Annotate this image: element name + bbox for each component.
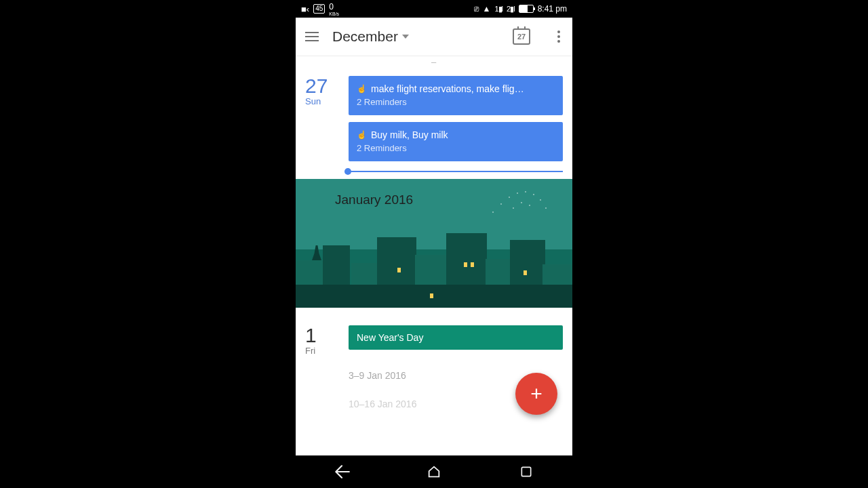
reminder-icon: ☝ (357, 129, 367, 141)
event-title: New Year's Day (357, 332, 423, 343)
wifi-icon: ▲ (483, 4, 491, 14)
date-column: 27 Sun (305, 76, 339, 172)
net-speed: 0 KB/s (329, 2, 339, 16)
calendar-app-bar: December 27 (296, 18, 572, 56)
month-dropdown[interactable]: December (332, 28, 499, 45)
day-number: 1 (305, 325, 339, 346)
battery-badge: 45 (313, 4, 325, 14)
status-right-cluster: ⎚ ▲ 1▮l 2▮l 8:41 pm (474, 4, 567, 14)
fireworks-icon (486, 184, 553, 232)
day-number: 27 (305, 76, 339, 96)
event-cards: ☝make flight reservations, make flig… 2 … (349, 76, 563, 172)
month-hero-label: January 2016 (335, 192, 413, 207)
month-header-illustration: January 2016 (296, 179, 572, 308)
agenda-scroll[interactable]: – 27 Sun ☝make flight reservations, make… (296, 56, 572, 455)
sim2-signal-icon: 2▮l (507, 5, 515, 14)
reminder-title: Buy milk, Buy milk (371, 129, 448, 141)
city-skyline-icon (296, 226, 572, 308)
section-gap (296, 308, 572, 323)
cast-icon: ⎚ (474, 4, 479, 14)
sim1-signal-icon: 1▮l (494, 5, 502, 14)
overflow-menu-icon[interactable] (552, 30, 566, 43)
camera-icon: ■‹ (301, 4, 309, 14)
reminder-subtitle: 2 Reminders (357, 142, 555, 155)
battery-icon (519, 5, 534, 13)
nav-recent-button[interactable] (513, 458, 540, 485)
plus-icon: + (530, 384, 542, 404)
status-left-cluster: ■‹ 45 0 KB/s (301, 2, 339, 16)
phone-frame: ■‹ 45 0 KB/s ⎚ ▲ 1▮l 2▮l 8:41 pm Decembe… (296, 0, 572, 488)
android-status-bar: ■‹ 45 0 KB/s ⎚ ▲ 1▮l 2▮l 8:41 pm (296, 0, 572, 18)
jump-to-today-button[interactable]: 27 (511, 26, 532, 47)
status-clock: 8:41 pm (538, 4, 567, 14)
android-nav-bar (296, 455, 572, 488)
reminder-title: make flight reservations, make flig… (371, 83, 524, 95)
date-column: 1 Fri (305, 325, 339, 418)
holiday-event-card[interactable]: New Year's Day (349, 325, 563, 350)
reminder-card[interactable]: ☝make flight reservations, make flig… 2 … (349, 76, 563, 115)
menu-icon[interactable] (304, 28, 320, 45)
create-event-fab[interactable]: + (515, 373, 557, 415)
person-on-roof-icon (312, 245, 321, 260)
day-block-dec-27: 27 Sun ☝make flight reservations, make f… (296, 69, 572, 175)
nav-back-button[interactable] (328, 458, 355, 485)
day-name: Sun (305, 96, 339, 106)
nav-home-button[interactable] (420, 458, 448, 485)
net-speed-unit: KB/s (329, 12, 339, 16)
current-time-indicator (349, 171, 563, 172)
reminder-subtitle: 2 Reminders (357, 96, 555, 108)
reminder-icon: ☝ (357, 83, 367, 95)
caret-down-icon (402, 35, 409, 39)
truncated-previous-range: – (296, 56, 572, 69)
day-name: Fri (305, 346, 339, 356)
today-date-number: 27 (517, 33, 526, 41)
net-speed-value: 0 (329, 2, 334, 12)
month-label: December (332, 28, 398, 45)
reminder-card[interactable]: ☝Buy milk, Buy milk 2 Reminders (349, 122, 563, 161)
